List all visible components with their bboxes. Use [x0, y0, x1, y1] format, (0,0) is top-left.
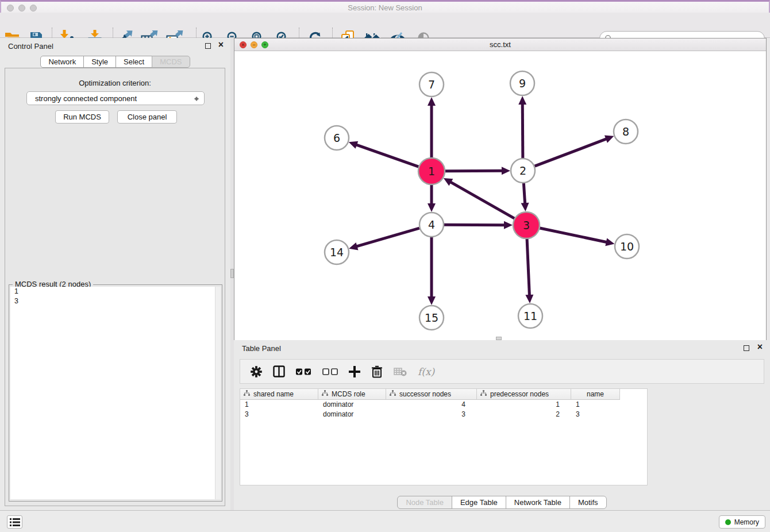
status-bar: Memory: [0, 510, 770, 532]
graph-edge-4-15[interactable]: [428, 237, 436, 305]
column-tree-icon: [244, 390, 250, 398]
graph-edge-2-3[interactable]: [521, 183, 529, 211]
graph-edge-4-3[interactable]: [444, 221, 513, 229]
graph-node-15[interactable]: 15: [419, 306, 444, 330]
control-panel-tabs: NetworkStyleSelectMCDS: [0, 56, 230, 68]
table-cell[interactable]: 4: [386, 400, 477, 410]
tab-style[interactable]: Style: [83, 56, 116, 68]
network-canvas[interactable]: 7968124314101511: [234, 51, 766, 340]
select-stepper-icon: [194, 94, 199, 103]
tab-network-table[interactable]: Network Table: [506, 496, 570, 509]
result-list-item[interactable]: 1: [10, 287, 221, 296]
svg-text:8: 8: [622, 125, 629, 138]
optimization-criterion-select[interactable]: strongly connected component: [26, 91, 205, 105]
graph-node-1[interactable]: 1: [418, 158, 445, 184]
graph-node-3[interactable]: 3: [513, 212, 540, 238]
svg-text:10: 10: [620, 240, 634, 253]
show-column-panel-icon[interactable]: [273, 365, 285, 377]
table-cell[interactable]: 3: [386, 410, 477, 419]
main-toolbar: [0, 13, 770, 38]
table-cell[interactable]: dominator: [318, 400, 386, 410]
mcds-result-list[interactable]: 13: [10, 287, 221, 499]
svg-text:14: 14: [330, 246, 344, 259]
graph-edge-1-6[interactable]: [349, 141, 419, 167]
window-title: Session: New Session: [1, 3, 769, 12]
table-row[interactable]: 1dominator411: [240, 400, 620, 410]
svg-text:6: 6: [333, 132, 340, 144]
network-view-title: scc.txt: [234, 40, 766, 49]
svg-text:2: 2: [519, 164, 526, 177]
run-mcds-button[interactable]: Run MCDS: [55, 110, 109, 124]
table-cell[interactable]: 1: [477, 400, 571, 410]
unselect-all-columns-icon[interactable]: [322, 368, 338, 375]
task-history-button[interactable]: [7, 515, 22, 529]
graph-edge-2-8[interactable]: [535, 136, 614, 167]
tab-motifs[interactable]: Motifs: [569, 496, 607, 509]
node-table: shared nameMCDS rolesuccessor nodesprede…: [240, 388, 648, 485]
graph-node-8[interactable]: 8: [614, 119, 638, 144]
table-row[interactable]: 3dominator323: [240, 410, 620, 419]
graph-node-4[interactable]: 4: [419, 213, 444, 237]
table-cell[interactable]: 1: [571, 400, 620, 410]
result-list-item[interactable]: 3: [10, 296, 221, 306]
table-cell[interactable]: 1: [240, 400, 318, 410]
tab-network[interactable]: Network: [40, 56, 84, 68]
scrollbar-track[interactable]: [215, 287, 221, 499]
control-panel-title: Control Panel: [8, 42, 53, 51]
column-tree-icon: [390, 390, 396, 398]
graph-node-11[interactable]: 11: [518, 304, 542, 328]
graph-edge-4-14[interactable]: [349, 228, 419, 250]
table-panel: Table Panel × f(x): [234, 340, 770, 510]
table-cell[interactable]: 2: [477, 410, 571, 419]
table-header-row: shared nameMCDS rolesuccessor nodesprede…: [240, 389, 620, 400]
svg-text:1: 1: [428, 165, 435, 178]
memory-status-dot: [725, 519, 731, 525]
delete-columns-trash-icon[interactable]: [371, 365, 383, 378]
network-graph: 7968124314101511: [234, 51, 766, 340]
mcds-panel: Optimization criterion: strongly connect…: [5, 68, 225, 506]
graph-edge-1-7[interactable]: [428, 97, 436, 157]
graph-edge-3-1[interactable]: [444, 178, 514, 218]
delete-table-icon[interactable]: [394, 367, 407, 376]
graph-node-9[interactable]: 9: [510, 71, 534, 95]
table-cell[interactable]: dominator: [318, 410, 386, 419]
create-new-column-plus-icon[interactable]: [349, 366, 360, 377]
svg-text:15: 15: [425, 311, 438, 324]
graph-edge-2-9[interactable]: [518, 96, 526, 158]
float-panel-icon[interactable]: [205, 43, 211, 49]
graph-node-7[interactable]: 7: [419, 72, 444, 97]
table-cell[interactable]: 3: [571, 410, 620, 419]
close-panel-icon[interactable]: ×: [757, 341, 763, 353]
window-titlebar: Session: New Session: [0, 0, 770, 13]
tab-node-table[interactable]: Node Table: [397, 496, 452, 509]
tab-select[interactable]: Select: [116, 56, 152, 68]
select-all-columns-icon[interactable]: [296, 368, 311, 375]
column-header-successor-nodes[interactable]: successor nodes: [386, 389, 477, 400]
graph-node-6[interactable]: 6: [325, 126, 349, 150]
column-header-label: successor nodes: [399, 390, 451, 398]
graph-edge-3-11[interactable]: [525, 239, 533, 303]
graph-node-14[interactable]: 14: [325, 240, 349, 264]
column-header-label: name: [587, 390, 604, 398]
function-builder-icon[interactable]: f(x): [418, 366, 434, 377]
column-header-mcds-role[interactable]: MCDS role: [318, 389, 386, 400]
graph-node-2[interactable]: 2: [511, 159, 535, 183]
column-header-shared-name[interactable]: shared name: [240, 389, 318, 400]
float-panel-icon[interactable]: [744, 345, 749, 351]
graph-edge-1-2[interactable]: [445, 167, 510, 175]
graph-node-10[interactable]: 10: [615, 234, 639, 259]
graph-edge-3-10[interactable]: [540, 228, 614, 246]
column-header-predecessor-nodes[interactable]: predecessor nodes: [477, 389, 571, 400]
network-window-titlebar: × − + scc.txt: [234, 38, 766, 51]
tab-edge-table[interactable]: Edge Table: [452, 496, 506, 509]
column-header-label: MCDS role: [332, 390, 365, 398]
memory-button[interactable]: Memory: [719, 515, 765, 529]
close-panel-icon[interactable]: ×: [218, 39, 224, 51]
column-header-name[interactable]: name: [571, 389, 620, 400]
table-options-gear-icon[interactable]: [251, 366, 262, 377]
close-panel-button[interactable]: Close panel: [117, 110, 177, 124]
tab-mcds[interactable]: MCDS: [152, 56, 190, 68]
table-cell[interactable]: 3: [240, 410, 318, 419]
graph-edge-1-4[interactable]: [428, 185, 436, 212]
column-header-label: predecessor nodes: [490, 390, 549, 398]
